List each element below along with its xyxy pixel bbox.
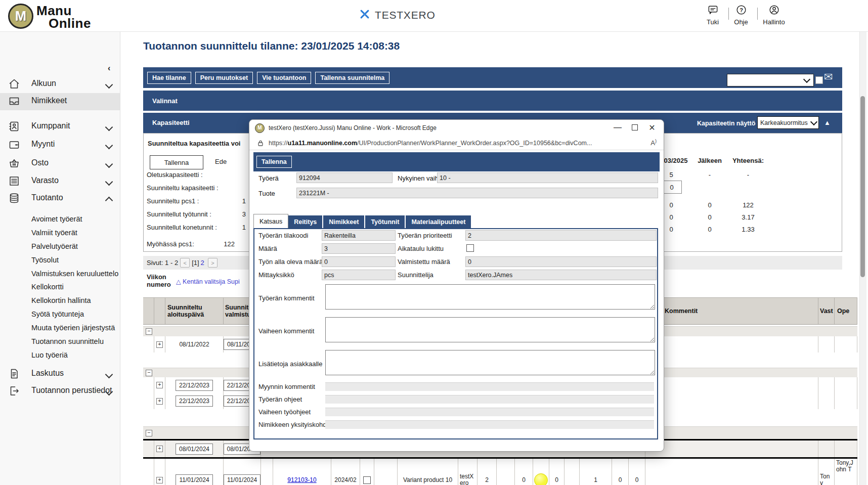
prev-page-button[interactable]: < [180, 258, 190, 268]
tab-reititys[interactable]: Reititys [288, 215, 323, 229]
collapse-triangle-icon[interactable]: ▲ [824, 119, 831, 126]
row-checkbox[interactable] [363, 476, 371, 484]
sidebar-subitem-luo-tyoeria[interactable]: Luo työeriä [31, 348, 68, 362]
unit-field[interactable]: pcs [322, 270, 396, 280]
sidebar-subitem-palvelutyoerat[interactable]: Palvelutyöerät [31, 239, 78, 253]
sidebar-item-kumppanit[interactable]: Kumppanit [0, 118, 120, 135]
undo-changes-button[interactable]: Peru muutokset [195, 72, 253, 84]
sidebar-item-tuotanto[interactable]: Tuotanto [0, 190, 120, 207]
customer-info-input[interactable] [325, 350, 655, 375]
manu-online-logo-icon[interactable]: M [8, 4, 33, 29]
current-phase-field[interactable]: 10 - [437, 172, 658, 183]
valinnat-section-bar[interactable]: Valinnat ▼ [143, 91, 842, 111]
tab-katsaus[interactable]: Katsaus [253, 214, 288, 229]
expand-row-toggle[interactable]: + [156, 398, 163, 405]
sidebar-collapse-icon[interactable]: ‹ [108, 64, 110, 73]
popup-url: https://u1a11.manuonline.com/UI/Producti… [269, 140, 623, 147]
help-button[interactable]: ? Ohje [727, 4, 755, 26]
sidebar-subitem-kellokortti[interactable]: Kellokortti [31, 280, 64, 293]
sidebar-item-alkuun[interactable]: Alkuun [0, 76, 120, 93]
schedule-locked-checkbox[interactable] [466, 244, 474, 252]
sidebar-subitem-muuta-jarjestysta[interactable]: Muuta työerien järjestystä [31, 321, 115, 334]
count-cell: 1 [580, 459, 612, 485]
header-operator[interactable]: Ope [835, 297, 857, 325]
read-aloud-icon[interactable]: A) [650, 139, 657, 147]
sidebar-item-nimikkeet[interactable]: Nimikkeet [0, 93, 120, 110]
priority-label: Työerän prioriteetti [398, 232, 452, 239]
phase-comments-input[interactable] [325, 317, 655, 342]
expand-row-toggle[interactable]: + [156, 382, 163, 388]
operator-cell [835, 377, 857, 393]
sidebar-subitem-tyosolut[interactable]: Työsolut [31, 253, 59, 267]
sidebar-item-laskutus[interactable]: Laskutus [0, 366, 120, 382]
collapse-group-toggle[interactable]: − [146, 370, 152, 376]
workorder-instructions-readonly [325, 395, 654, 404]
tab-nimikkeet[interactable]: Nimikkeet [323, 215, 365, 229]
sidebar-subitem-valmiit-tyoerat[interactable]: Valmiit työerät [31, 226, 77, 239]
sidebar-subitem-tuotannon-suunnittelu[interactable]: Tuotannon suunnittelu [31, 334, 104, 348]
capacity-input[interactable]: 0 [662, 181, 682, 194]
quantity-field[interactable]: 3 [322, 243, 396, 254]
customer-info-label: Lisätietoja asiakkaalle [258, 360, 322, 368]
capacity-display-select[interactable]: Karkeakuormitus [757, 116, 819, 129]
support-button[interactable]: Tuki [699, 4, 727, 26]
sidebar-item-myynti[interactable]: Myynti [0, 137, 120, 153]
export-to-production-button[interactable]: Vie tuotantoon [257, 72, 311, 84]
sidebar-subitem-syota-tyotunteja[interactable]: Syötä työtunteja [31, 307, 84, 321]
manufactured-quantity-field[interactable]: 0 [465, 256, 657, 267]
admin-button[interactable]: Hallinto [760, 4, 788, 26]
start-date-input[interactable]: 08/01/2024 [176, 444, 213, 455]
toolbar-dropdown[interactable] [727, 74, 814, 86]
expand-row-toggle[interactable]: + [156, 446, 163, 452]
header-start-date[interactable]: Suunniteltu aloituspäivä [165, 297, 224, 325]
field-selector-link[interactable]: △ Kentän valitsija Supi [176, 278, 240, 285]
sidebar-subitem-keruuluettelo[interactable]: Valmistuksen keruuluettelo [31, 267, 118, 280]
start-date-input[interactable]: 22/12/2023 [176, 380, 213, 391]
work-order-link[interactable]: 912103-10 [273, 459, 331, 485]
status-code-field[interactable]: Rakenteilla [322, 230, 396, 241]
collapse-group-toggle[interactable]: − [146, 328, 152, 335]
wip-quantity-field[interactable]: 0 [322, 256, 396, 267]
tab-tyotunnit[interactable]: Työtunnit [365, 215, 406, 229]
popup-title-bar[interactable]: M testXero (testXero.Jussi) Manu Online … [249, 120, 664, 136]
end-date-input[interactable]: 11/01/2024 [224, 474, 261, 485]
next-page-button[interactable]: > [208, 258, 218, 268]
fetch-status-button[interactable]: Hae tilanne [147, 72, 191, 84]
row-cell-empty [143, 440, 154, 457]
header-responsible[interactable]: Vast [818, 297, 835, 325]
sidebar-item-osto[interactable]: Osto [0, 155, 120, 172]
expand-row-toggle[interactable]: + [156, 477, 163, 483]
end-date-cell: 11/01/2024 [224, 459, 261, 485]
expand-row-toggle[interactable]: + [156, 341, 163, 348]
capacity-save-button[interactable]: Tallenna [150, 155, 203, 169]
page-2-link[interactable]: 2 [201, 259, 204, 267]
chevron-down-icon [105, 142, 113, 150]
workorder-comments-input[interactable] [325, 284, 655, 310]
popup-save-button[interactable]: Tallenna [256, 156, 292, 168]
header-comments[interactable]: Kommentit [645, 297, 818, 325]
zero-cell: 0 [612, 459, 629, 485]
mail-icon[interactable]: ✉ [824, 71, 833, 83]
planner-field[interactable]: testXero.JAmes [465, 270, 657, 280]
collapse-group-toggle[interactable]: − [146, 430, 152, 436]
popup-url-bar[interactable]: https://u1a11.manuonline.com/UI/Producti… [249, 136, 664, 150]
sidebar-subitem-kellokortin-hallinta[interactable]: Kellokortin hallinta [31, 293, 91, 307]
minimize-button[interactable]: — [609, 120, 626, 135]
sidebar-item-tuotannon-perustiedot[interactable]: Tuotannon perustiedot [0, 383, 120, 400]
top-header: M Manu Online TESTXERO Tuki ? Ohje Halli… [0, 0, 868, 32]
workorder-field[interactable]: 912094 [296, 172, 393, 183]
tab-materiaalipuutteet[interactable]: Materiaalipuutteet [406, 215, 472, 229]
period-cell: 2024/02 [331, 459, 360, 485]
product-field[interactable]: 231221M - [296, 188, 658, 198]
sidebar-item-varasto[interactable]: Varasto [0, 173, 120, 190]
save-plan-button[interactable]: Tallenna suunnitelma [315, 72, 389, 84]
close-button[interactable]: ✕ [643, 120, 661, 135]
start-date-input[interactable]: 11/01/2024 [176, 474, 213, 485]
sidebar-subitem-avoimet-tyoerat[interactable]: Avoimet työerät [31, 212, 82, 226]
row-checkbox-cell [360, 459, 374, 485]
scrollbar-thumb[interactable] [860, 96, 865, 277]
start-date-input[interactable]: 22/12/2023 [176, 395, 213, 407]
toolbar-checkbox[interactable] [815, 76, 823, 84]
priority-field[interactable]: 2 [465, 230, 657, 241]
maximize-button[interactable] [626, 120, 643, 135]
